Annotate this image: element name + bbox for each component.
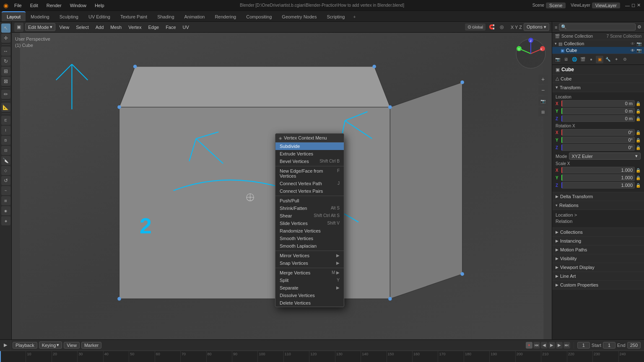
- viewport-canvas[interactable]: 2 User Perspective (1) Cube ◈ Vertex Con…: [12, 33, 552, 339]
- ctx-item-connect-pairs[interactable]: Connect Vertex Pairs: [275, 187, 344, 195]
- tab-modeling[interactable]: Modeling: [26, 12, 55, 21]
- ortho-view-button[interactable]: ⊞: [538, 107, 548, 116]
- prop-tab-view[interactable]: 🌐: [571, 56, 578, 63]
- record-button[interactable]: ●: [526, 342, 532, 349]
- relations-header[interactable]: ▾ Relations: [552, 201, 644, 210]
- ctx-item-slide[interactable]: Slide Vertices Shift V: [275, 220, 344, 227]
- ctx-item-delete[interactable]: Delete Vertices: [275, 299, 344, 307]
- viewport[interactable]: ▣ Edit Mode ▾ View Select Add Mesh Verte…: [12, 22, 552, 339]
- view-layer-dropdown[interactable]: ViewLayer: [592, 3, 620, 8]
- timeline-marker-dropdown[interactable]: Marker: [81, 342, 101, 349]
- ctx-item-connect-path[interactable]: Connect Vertex Path J: [275, 180, 344, 187]
- ctx-item-new-edge[interactable]: New Edge/Face from Vertices F: [275, 167, 344, 180]
- skip-end-button[interactable]: ⏭: [564, 342, 570, 349]
- current-frame-value[interactable]: 1: [577, 342, 590, 349]
- header-pivot[interactable]: ⊙Global: [465, 23, 486, 31]
- ctx-item-snap[interactable]: Snap Vertices ▶: [275, 259, 344, 267]
- transform-header[interactable]: ▾ Transform: [552, 83, 644, 92]
- prop-tab-modifier[interactable]: 🔧: [604, 56, 612, 63]
- toolbar-transform[interactable]: ⊠: [1, 77, 10, 86]
- tab-layout[interactable]: Layout: [2, 11, 26, 21]
- rot-x-value[interactable]: 0°: [561, 129, 635, 136]
- prop-tab-render[interactable]: 📷: [554, 56, 561, 63]
- data-name-label[interactable]: Cube: [561, 76, 571, 81]
- collections-section[interactable]: ▶ Collections: [552, 228, 644, 237]
- toolbar-shrink[interactable]: ◉: [1, 206, 10, 215]
- prop-tab-physics[interactable]: ⚙: [621, 56, 628, 63]
- toolbar-bevel[interactable]: B: [1, 136, 10, 145]
- header-options[interactable]: Options ▾: [524, 23, 549, 31]
- viewport-gizmo[interactable]: X Y Z: [514, 37, 548, 70]
- rot-y-lock[interactable]: 🔒: [636, 138, 641, 142]
- loc-x-lock[interactable]: 🔒: [636, 101, 641, 106]
- toolbar-extrude[interactable]: E: [1, 116, 10, 125]
- prop-tab-output[interactable]: 🖥: [562, 56, 570, 63]
- ctx-item-randomize[interactable]: Randomize Vertices: [275, 227, 344, 235]
- skip-start-button[interactable]: ⏮: [533, 342, 540, 349]
- visibility-section[interactable]: ▶ Visibility: [552, 254, 644, 263]
- minimize-button[interactable]: —: [625, 3, 630, 8]
- outliner-filter[interactable]: ⚙: [637, 24, 641, 30]
- toolbar-select-tool[interactable]: ↖: [1, 23, 10, 33]
- scale-y-value[interactable]: 1.000: [561, 174, 635, 181]
- add-workspace-button[interactable]: +: [350, 12, 359, 21]
- scale-x-value[interactable]: 1.000: [561, 167, 635, 173]
- rot-y-value[interactable]: 0°: [561, 137, 635, 143]
- ctx-item-split[interactable]: Split Y: [275, 277, 344, 284]
- custom-properties-section[interactable]: ▶ Custom Properties: [552, 281, 644, 290]
- outliner-search[interactable]: 🔍: [559, 23, 636, 31]
- line-art-section[interactable]: ▶ Line Art: [552, 272, 644, 281]
- ctx-item-bevel[interactable]: Bevel Vertices Shift Ctrl B: [275, 158, 344, 165]
- tab-uv-editing[interactable]: UV Editing: [83, 12, 115, 21]
- toolbar-knife[interactable]: 🔪: [1, 156, 10, 165]
- next-frame-button[interactable]: ▶: [556, 342, 563, 349]
- scene-dropdown[interactable]: Scene: [546, 3, 566, 8]
- header-mode-dropdown[interactable]: Edit Mode ▾: [25, 23, 55, 31]
- instancing-section[interactable]: ▶ Instancing: [552, 237, 644, 246]
- ctx-item-extrude[interactable]: Extrude Vertices: [275, 150, 344, 158]
- scale-y-lock[interactable]: 🔒: [636, 176, 641, 180]
- cube-visibility-icon[interactable]: 👁: [631, 48, 635, 53]
- top-menu-file[interactable]: File: [12, 2, 24, 9]
- header-view[interactable]: View: [57, 24, 72, 31]
- collection-render-icon[interactable]: 📷: [636, 41, 641, 46]
- top-menu-render[interactable]: Render: [44, 2, 64, 9]
- header-edge[interactable]: Edge: [145, 24, 161, 31]
- loc-z-lock[interactable]: 🔒: [636, 116, 641, 121]
- toolbar-move[interactable]: ↔: [1, 47, 10, 56]
- viewport-display-section[interactable]: ▶ Viewport Display: [552, 263, 644, 272]
- toolbar-rotate[interactable]: ↻: [1, 57, 10, 66]
- toolbar-inset[interactable]: I: [1, 126, 10, 135]
- end-frame-value[interactable]: 250: [627, 342, 641, 349]
- top-menu-window[interactable]: Window: [68, 2, 89, 9]
- ctx-item-shear[interactable]: Shear Shift Ctrl Alt S: [275, 212, 344, 220]
- loc-y-lock[interactable]: 🔒: [636, 109, 641, 114]
- header-add[interactable]: Add: [93, 24, 106, 31]
- tab-compositing[interactable]: Compositing: [241, 12, 277, 21]
- collection-item[interactable]: ▾ ▤ Collection 👁 📷: [552, 40, 644, 47]
- timeline-view-dropdown[interactable]: View: [64, 342, 80, 349]
- rot-z-value[interactable]: 0°: [561, 144, 635, 151]
- tab-scripting[interactable]: Scripting: [322, 12, 350, 21]
- toolbar-measure[interactable]: 📐: [1, 103, 10, 112]
- motion-paths-section[interactable]: ▶ Motion Paths: [552, 246, 644, 254]
- play-button[interactable]: ▶: [548, 342, 555, 349]
- obj-name[interactable]: Cube: [561, 67, 574, 72]
- close-button[interactable]: ✕: [637, 3, 641, 8]
- scale-z-value[interactable]: 1.000: [561, 182, 635, 189]
- start-frame-value[interactable]: 1: [603, 342, 615, 349]
- toolbar-smooth[interactable]: ~: [1, 186, 10, 195]
- ctx-item-smooth[interactable]: Smooth Vertices: [275, 235, 344, 242]
- zoom-in-button[interactable]: +: [538, 75, 548, 84]
- delta-transform-section[interactable]: ▶ Delta Transform: [552, 192, 644, 201]
- collection-visibility-icon[interactable]: 👁: [631, 41, 635, 46]
- loc-z-value[interactable]: 0 m: [561, 115, 635, 122]
- toolbar-shear[interactable]: ◈: [1, 216, 10, 225]
- timeline-strip[interactable]: 10 20 30 40 50 60 70 80 90 100 110 120 1…: [0, 351, 644, 362]
- mode-dropdown[interactable]: XYZ Euler ▾: [569, 153, 641, 160]
- prop-tab-world[interactable]: ●: [587, 56, 595, 63]
- ctx-item-merge[interactable]: Merge Vertices M ▶: [275, 269, 344, 277]
- zoom-out-button[interactable]: −: [538, 85, 548, 95]
- toolbar-loop-cut[interactable]: ⊟: [1, 146, 10, 155]
- header-face[interactable]: Face: [163, 24, 178, 31]
